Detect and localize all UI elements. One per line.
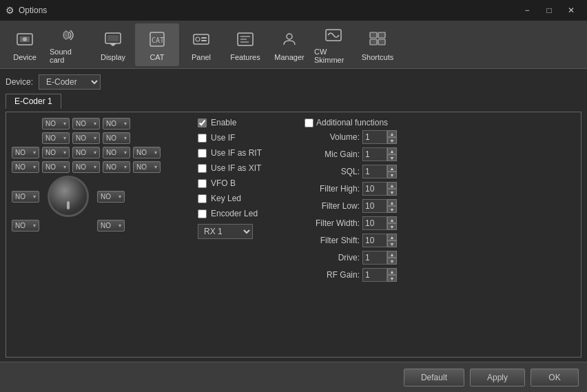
checkbox-useifxit: Use IF as XIT — [198, 163, 298, 173]
drive-up[interactable]: ▲ — [387, 251, 397, 258]
volume-label: Volume: — [305, 132, 360, 142]
micgain-input[interactable] — [362, 147, 387, 161]
toolbar-item-panel[interactable]: Panel — [179, 23, 223, 66]
filterwidth-down[interactable]: ▼ — [387, 223, 397, 230]
toolbar-item-features[interactable]: Features — [223, 23, 267, 66]
drive-spinner-btns: ▲ ▼ — [387, 251, 397, 265]
rx-select-row: RX 1 RX 2 — [198, 224, 298, 239]
toolbar-item-soundcard[interactable]: Sound card — [47, 23, 91, 66]
rfgain-input[interactable] — [362, 268, 387, 282]
toolbar-item-device[interactable]: Device — [3, 23, 47, 66]
btn-row1-2[interactable]: NO▾ — [72, 118, 100, 130]
filterlow-down[interactable]: ▼ — [387, 206, 397, 213]
toolbar-item-manager[interactable]: Manager — [267, 23, 311, 66]
micgain-down[interactable]: ▼ — [387, 154, 397, 161]
toolbar-item-display[interactable]: Display — [91, 23, 135, 66]
btn-row1-1[interactable]: NO▾ — [42, 118, 70, 130]
btn-row4-1[interactable]: NO▾ — [12, 161, 39, 173]
filterlow-input[interactable] — [362, 199, 387, 213]
filtershift-input[interactable] — [362, 234, 387, 247]
btn-row3-4[interactable]: NO▾ — [103, 147, 130, 158]
toolbar-item-cwskimmer[interactable]: CW Skimmer — [311, 23, 356, 66]
btn-row4-4[interactable]: NO▾ — [103, 161, 130, 173]
button-row-5: NO▾ NO▾ — [12, 176, 191, 217]
filterhigh-input[interactable] — [362, 182, 387, 196]
btn-row4-5[interactable]: NO▾ — [133, 161, 161, 173]
encoder-knob[interactable] — [48, 176, 89, 217]
volume-spinner-btns: ▲ ▼ — [387, 130, 397, 144]
default-button[interactable]: Default — [404, 369, 464, 386]
rx-select[interactable]: RX 1 RX 2 — [198, 224, 253, 239]
rfgain-up[interactable]: ▲ — [387, 268, 397, 275]
minimize-button[interactable]: − — [517, 3, 537, 17]
btn-row3-3[interactable]: NO▾ — [72, 147, 100, 158]
sql-up[interactable]: ▲ — [387, 165, 397, 172]
svg-rect-6 — [110, 43, 116, 45]
btn-row2-2[interactable]: NO▾ — [72, 132, 100, 144]
btn-row5-right1[interactable]: NO▾ — [97, 191, 125, 203]
additional-functions-checkbox[interactable] — [305, 118, 313, 127]
micgain-up[interactable]: ▲ — [387, 147, 397, 154]
device-label: Device: — [6, 77, 33, 87]
svg-rect-22 — [370, 39, 377, 45]
panel-icon — [190, 28, 212, 50]
filtershift-down[interactable]: ▼ — [387, 240, 397, 247]
btn-row3-1[interactable]: NO▾ — [12, 147, 39, 158]
useif-checkbox[interactable] — [198, 134, 207, 143]
volume-up[interactable]: ▲ — [387, 130, 397, 137]
svg-rect-12 — [201, 37, 207, 39]
useif-label: Use IF — [211, 133, 235, 143]
sql-input[interactable] — [362, 165, 387, 178]
toolbar-label-soundcard: Sound card — [50, 48, 88, 64]
apply-button[interactable]: Apply — [470, 369, 525, 386]
encoderled-checkbox[interactable] — [198, 209, 207, 218]
tab-ecoder1[interactable]: E-Coder 1 — [6, 94, 61, 109]
btn-row4-3[interactable]: NO▾ — [72, 161, 100, 173]
volume-input[interactable] — [362, 130, 387, 144]
enable-checkbox[interactable] — [198, 118, 207, 127]
toolbar-item-shortcuts[interactable]: Shortcuts — [356, 23, 400, 66]
close-button[interactable]: ✕ — [561, 3, 581, 17]
btn-row6-1[interactable]: NO▾ — [12, 220, 39, 231]
filterhigh-down[interactable]: ▼ — [387, 189, 397, 196]
drive-label: Drive: — [305, 253, 360, 262]
toolbar-item-cat[interactable]: CAT CAT — [135, 23, 179, 66]
keyled-checkbox[interactable] — [198, 194, 207, 203]
btn-row1-3[interactable]: NO▾ — [103, 118, 130, 130]
filterhigh-up[interactable]: ▲ — [387, 182, 397, 189]
additional-functions-label: Additional functions — [316, 118, 388, 127]
maximize-button[interactable]: □ — [539, 3, 559, 17]
rfgain-down[interactable]: ▼ — [387, 275, 397, 282]
sql-down[interactable]: ▼ — [387, 172, 397, 178]
ok-button[interactable]: OK — [531, 369, 579, 386]
filterwidth-up[interactable]: ▲ — [387, 216, 397, 223]
filtershift-label: Filter Shift: — [305, 236, 360, 245]
btn-row6-right[interactable]: NO▾ — [97, 220, 125, 231]
btn-row3-2[interactable]: NO▾ — [42, 147, 70, 158]
encoderled-label: Encoder Led — [211, 209, 258, 218]
filtershift-up[interactable]: ▲ — [387, 234, 397, 240]
svg-point-3 — [63, 31, 69, 39]
cat-icon: CAT — [146, 28, 168, 50]
svg-point-2 — [23, 37, 27, 41]
filterlow-up[interactable]: ▲ — [387, 199, 397, 206]
svg-rect-7 — [112, 45, 114, 46]
volume-down[interactable]: ▼ — [387, 137, 397, 144]
btn-row2-3[interactable]: NO▾ — [103, 132, 130, 144]
drive-input[interactable] — [362, 251, 387, 265]
useifrit-checkbox[interactable] — [198, 149, 207, 158]
useifxit-checkbox[interactable] — [198, 164, 207, 173]
additional-functions-row: Additional functions — [305, 118, 575, 127]
vfob-checkbox[interactable] — [198, 179, 207, 188]
useifxit-label: Use IF as XIT — [211, 163, 261, 173]
btn-row4-2[interactable]: NO▾ — [42, 161, 70, 173]
device-select[interactable]: E-Coder — [39, 74, 101, 90]
tab-bar: E-Coder 1 — [6, 94, 581, 109]
drive-down[interactable]: ▼ — [387, 258, 397, 265]
filterwidth-input[interactable] — [362, 216, 387, 230]
device-icon — [14, 28, 36, 50]
btn-row3-5[interactable]: NO▾ — [133, 147, 161, 158]
btn-row5-1[interactable]: NO▾ — [12, 191, 39, 203]
app-icon: ⚙ — [6, 5, 14, 16]
btn-row2-1[interactable]: NO▾ — [42, 132, 70, 144]
